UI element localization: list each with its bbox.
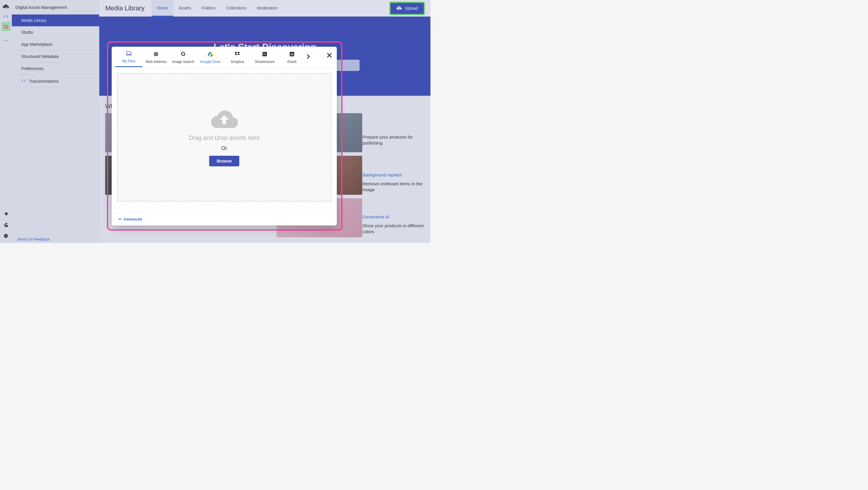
upload-tab-shutterstock[interactable]: Shutterstock: [251, 48, 278, 67]
send-feedback-link[interactable]: Send Us Feedback: [17, 237, 50, 241]
upload-tab-label: iStock: [287, 60, 297, 64]
google-icon: G: [181, 51, 186, 57]
svg-rect-1: [5, 26, 8, 29]
topbar: Media Library Home Assets Folders Collec…: [99, 0, 430, 17]
info-header-link[interactable]: Generative AI: [363, 214, 430, 219]
upload-tab-label: Web Address: [145, 60, 166, 64]
info-header-link[interactable]: Background replace: [363, 172, 430, 177]
upload-tab-label: Shutterstock: [255, 60, 275, 64]
app-title: Digital Asset Management: [12, 0, 99, 14]
upload-button[interactable]: Upload: [390, 2, 425, 15]
right-info-list: Prepare your products for publishing Bac…: [363, 134, 430, 234]
upload-button-label: Upload: [405, 6, 418, 11]
globe-icon: [153, 51, 159, 57]
sidebar-item-label: Transformations: [29, 79, 59, 84]
cloudinary-logo-icon[interactable]: [2, 2, 10, 11]
cloud-upload-icon: [397, 6, 402, 11]
upload-tab-label: Dropbox: [231, 60, 244, 64]
transformations-icon: [21, 78, 26, 84]
dropbox-icon: [235, 51, 241, 57]
info-desc: Remove irrelevant items in the image: [363, 181, 430, 192]
info-desc: Prepare your products for publishing: [363, 134, 430, 146]
advanced-label: Advanced: [123, 217, 142, 221]
svg-rect-0: [4, 25, 7, 28]
sidebar-item-preferences[interactable]: Preferences: [16, 63, 95, 75]
upload-tab-my-files[interactable]: My Files: [115, 47, 143, 67]
upload-tab-google-drive[interactable]: Google Drive: [197, 48, 224, 67]
topbar-tabs: Home Assets Folders Collections Moderati…: [152, 0, 283, 17]
upload-tabs-next-button[interactable]: [307, 54, 310, 61]
upload-tab-label: My Files: [122, 59, 135, 63]
sidebar-item-app-marketplace[interactable]: App Marketplace: [16, 38, 95, 51]
drop-zone[interactable]: Drag and Drop assets here Or Browse: [117, 73, 332, 202]
google-drive-icon: [208, 51, 213, 57]
upload-tab-label: Image Search: [172, 60, 194, 64]
advanced-toggle[interactable]: Advanced: [118, 217, 330, 221]
svg-point-2: [6, 223, 7, 224]
sidebar: Digital Asset Management Media Library S…: [12, 0, 99, 243]
icon-rail: ⋯ ?: [0, 0, 12, 243]
sidebar-item-transformations[interactable]: Transformations: [16, 75, 95, 88]
chevron-up-icon: [118, 217, 122, 221]
upload-tab-istock[interactable]: iS iStock: [278, 48, 306, 67]
tab-assets[interactable]: Assets: [174, 0, 196, 17]
tab-moderation[interactable]: Moderation: [252, 0, 283, 17]
svg-text:iS: iS: [291, 53, 293, 56]
laptop-icon: [126, 50, 132, 57]
browse-button[interactable]: Browse: [209, 156, 240, 166]
svg-text:?: ?: [5, 234, 7, 237]
tab-home[interactable]: Home: [152, 0, 173, 17]
page-title: Media Library: [105, 4, 145, 12]
upload-tab-label: Google Drive: [200, 60, 221, 64]
upload-source-tabs: My Files Web Address G Image Search Goog…: [112, 47, 337, 68]
sidebar-item-structured-metadata[interactable]: Structured Metadata: [16, 51, 95, 63]
svg-rect-5: [127, 52, 131, 55]
upload-tab-dropbox[interactable]: Dropbox: [224, 48, 251, 67]
cloud-upload-large-icon: [210, 109, 239, 130]
info-desc: Show your products in different colors: [363, 223, 430, 234]
sidebar-item-studio[interactable]: Studio: [16, 26, 95, 38]
upload-body: Drag and Drop assets here Or Browse: [112, 68, 337, 213]
upload-footer: Advanced: [112, 213, 337, 225]
istock-icon: iS: [289, 51, 294, 57]
invite-user-icon[interactable]: [2, 220, 10, 229]
more-rail-icon[interactable]: ⋯: [2, 36, 10, 44]
tab-collections[interactable]: Collections: [221, 0, 251, 17]
programmable-media-icon[interactable]: [2, 12, 10, 21]
addons-icon[interactable]: [2, 209, 10, 217]
upload-widget: My Files Web Address G Image Search Goog…: [112, 47, 337, 225]
sidebar-item-media-library[interactable]: Media Library: [12, 14, 99, 26]
media-library-rail-icon[interactable]: [2, 23, 10, 31]
drop-zone-text: Drag and Drop assets here: [189, 134, 260, 141]
svg-rect-8: [262, 52, 267, 56]
drop-zone-or: Or: [221, 145, 227, 152]
shutterstock-icon: [262, 51, 267, 57]
close-upload-widget-button[interactable]: [327, 52, 332, 60]
upload-tab-image-search[interactable]: G Image Search: [169, 48, 197, 67]
help-icon[interactable]: ?: [2, 232, 10, 240]
tab-folders[interactable]: Folders: [196, 0, 221, 17]
upload-tab-web-address[interactable]: Web Address: [143, 48, 169, 67]
